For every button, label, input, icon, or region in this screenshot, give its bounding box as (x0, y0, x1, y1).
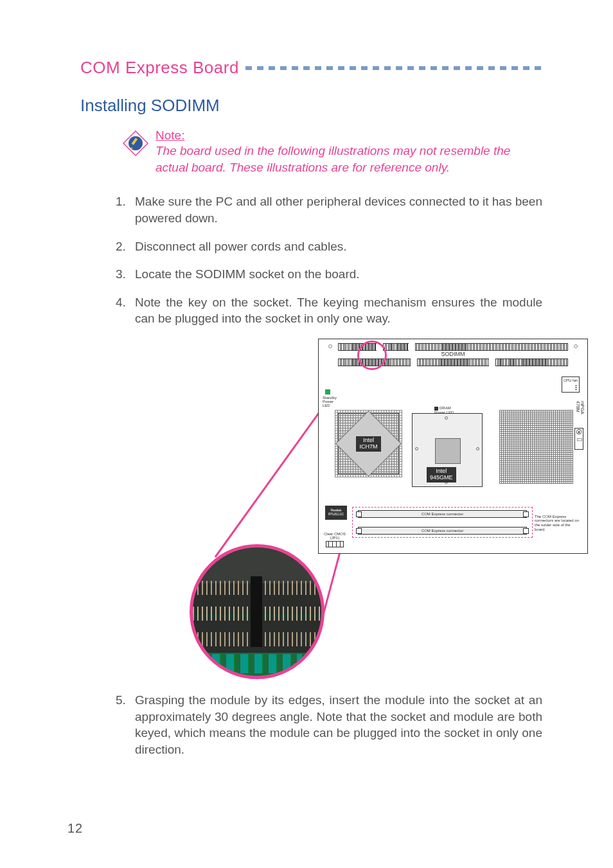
com-express-connector: COM Express connector (358, 527, 527, 535)
realtek-chip: Realtek RTL8111C (325, 506, 347, 520)
step-text: Make sure the PC and all other periphera… (135, 193, 542, 226)
step-item: 2.Disconnect all power cords and cables. (116, 238, 542, 255)
header-dotted-rule (245, 66, 542, 70)
step-item: 5.Grasping the module by its edges, inse… (116, 692, 542, 758)
step-number: 5. (116, 692, 135, 758)
com-express-connector: COM Express connector (358, 510, 527, 518)
cmos-pins-icon (326, 541, 344, 547)
page-number: 12 (67, 821, 83, 836)
cpu-fan-header: CPU fan (562, 376, 580, 393)
note-label: Note: (155, 128, 542, 143)
mount-hole-icon (574, 344, 578, 348)
step-text: Grasping the module by its edges, insert… (135, 692, 542, 758)
step-number: 2. (116, 238, 135, 255)
board-diagram: SODIMM Standby Power LED DRAM Power LED … (318, 339, 588, 554)
cmos-label: Clear CMOS (JP1) (324, 532, 346, 540)
clear-cmos-jumper: Clear CMOS (JP1) (324, 532, 346, 548)
pcb-traces (212, 654, 302, 673)
standby-led-icon (325, 389, 330, 394)
step-item: 3.Locate the SODIMM socket on the board. (116, 266, 542, 283)
note-block: Note: The board used in the following il… (122, 128, 542, 175)
step-item: 1.Make sure the PC and all other periphe… (116, 193, 542, 226)
step-text: Disconnect all power cords and cables. (135, 238, 542, 255)
note-body: The board used in the following illustra… (155, 144, 510, 174)
com-express-area: COM Express connector COM Express connec… (352, 507, 533, 538)
cpu-socket (499, 410, 573, 484)
step-number: 4. (116, 294, 135, 327)
945gme-label: Intel 945GME (427, 467, 456, 483)
board-name-title: COM Express Board (80, 58, 239, 78)
step-text: Note the key on the socket. The keying m… (135, 294, 542, 327)
install-steps-list: 1.Make sure the PC and all other periphe… (116, 193, 542, 327)
mpga-label: mPGA 478M (576, 401, 585, 414)
ich7m-label: Intel ICH7M (356, 436, 380, 452)
sodimm-key-highlight-circle (357, 341, 387, 370)
install-steps-list-cont: 5.Grasping the module by its edges, inse… (116, 692, 542, 758)
sodimm-key-zoom-photo (190, 544, 324, 679)
standby-led-label: Standby Power LED (323, 396, 337, 407)
ich7m-chip: Intel ICH7M (338, 413, 399, 474)
step-number: 3. (116, 266, 135, 283)
step-item: 4.Note the key on the socket. The keying… (116, 294, 542, 327)
socket-screw-icon: ⦿▭ (574, 428, 583, 450)
step-text: Locate the SODIMM socket on the board. (135, 266, 542, 283)
section-title: Installing SODIMM (80, 96, 542, 116)
mount-hole-icon (328, 344, 332, 348)
socket-key-notch (251, 576, 262, 647)
945gme-chip: Intel 945GME (412, 413, 483, 487)
note-pencil-icon (122, 130, 149, 157)
step-number: 1. (116, 193, 135, 226)
com-express-note: The COM Express connectors are located o… (535, 515, 581, 531)
board-figure: SODIMM Standby Power LED DRAM Power LED … (190, 339, 588, 679)
